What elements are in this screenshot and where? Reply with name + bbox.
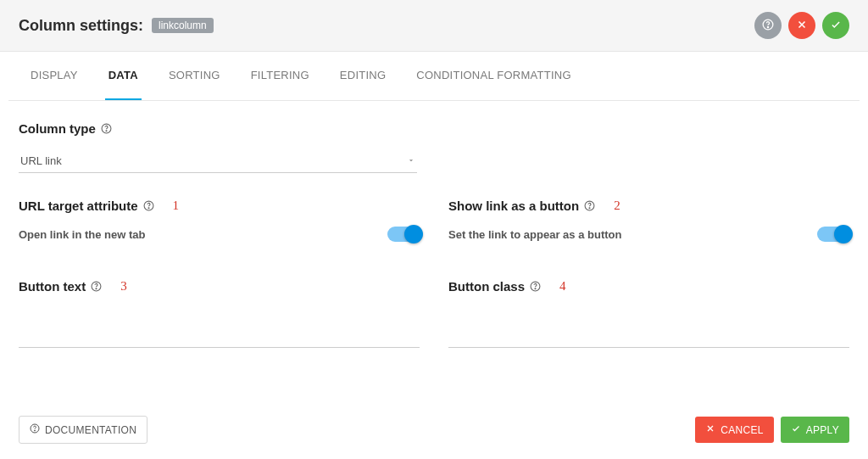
check-icon: [791, 423, 801, 436]
show-button-toggle[interactable]: [817, 227, 849, 242]
annotation-marker: 3: [120, 279, 127, 294]
svg-point-7: [589, 208, 590, 209]
tabs: DISPLAY DATA SORTING FILTERING EDITING C…: [8, 52, 860, 101]
show-button-toggle-row: Set the link to appear as a button: [448, 227, 849, 242]
button-class-label: Button class: [448, 279, 525, 294]
svg-point-9: [96, 288, 97, 289]
show-button-hint: Set the link to appear as a button: [448, 228, 621, 241]
documentation-label: DOCUMENTATION: [45, 424, 136, 436]
x-icon: [796, 19, 808, 33]
annotation-marker: 1: [173, 199, 180, 213]
question-icon[interactable]: [584, 200, 595, 211]
button-text-input[interactable]: [19, 322, 420, 348]
tab-data[interactable]: DATA: [105, 52, 142, 100]
header-actions: [754, 12, 849, 39]
help-button[interactable]: [754, 12, 782, 39]
row-target-show: URL target attribute 1 Open link in the …: [19, 199, 849, 250]
header: Column settings: linkcolumn: [0, 0, 868, 52]
apply-label: APPLY: [806, 424, 839, 436]
question-icon[interactable]: [530, 281, 541, 292]
url-target-label: URL target attribute: [19, 199, 138, 213]
cancel-button[interactable]: CANCEL: [695, 417, 773, 443]
page-title: Column settings:: [19, 17, 143, 35]
question-icon[interactable]: [101, 123, 112, 134]
svg-point-1: [767, 26, 768, 27]
question-icon: [762, 19, 774, 33]
header-title-area: Column settings: linkcolumn: [19, 17, 214, 35]
svg-point-13: [35, 430, 36, 431]
check-icon: [830, 19, 842, 33]
tab-conditional-formatting[interactable]: CONDITIONAL FORMATTING: [413, 52, 574, 100]
svg-point-5: [148, 208, 149, 209]
url-target-hint: Open link in the new tab: [19, 228, 146, 241]
button-text-field: Button text 3: [19, 279, 420, 348]
button-class-field: Button class 4: [448, 279, 849, 348]
column-name-chip: linkcolumn: [152, 18, 214, 33]
url-target-toggle[interactable]: [387, 227, 420, 242]
show-button-label: Show link as a button: [448, 199, 579, 213]
apply-button[interactable]: APPLY: [781, 417, 849, 443]
documentation-button[interactable]: DOCUMENTATION: [19, 416, 147, 444]
button-text-label: Button text: [19, 279, 86, 294]
question-icon[interactable]: [143, 200, 154, 211]
question-icon[interactable]: [91, 281, 102, 292]
url-target-toggle-row: Open link in the new tab: [19, 227, 420, 242]
tab-display[interactable]: DISPLAY: [27, 52, 81, 100]
button-class-label-row: Button class 4: [448, 279, 849, 294]
column-type-label: Column type: [19, 121, 96, 136]
column-type-value: URL link: [20, 154, 62, 167]
column-type-label-row: Column type: [19, 121, 849, 136]
button-text-label-row: Button text 3: [19, 279, 420, 294]
row-btntext-btnclass: Button text 3 Button class 4: [19, 279, 849, 348]
svg-point-3: [106, 131, 107, 132]
annotation-marker: 4: [559, 279, 566, 294]
annotation-marker: 2: [614, 199, 620, 213]
column-type-field: Column type URL link: [19, 121, 849, 173]
button-class-input[interactable]: [448, 322, 849, 348]
tab-filtering[interactable]: FILTERING: [248, 52, 313, 100]
column-type-select[interactable]: URL link: [19, 149, 417, 173]
svg-point-11: [535, 288, 536, 289]
tab-editing[interactable]: EDITING: [337, 52, 389, 100]
confirm-button[interactable]: [822, 12, 849, 39]
toggle-knob: [404, 225, 423, 243]
show-button-field: Show link as a button 2 Set the link to …: [448, 199, 849, 250]
footer-right: CANCEL APPLY: [695, 417, 849, 443]
question-icon: [30, 423, 40, 436]
show-button-label-row: Show link as a button 2: [448, 199, 849, 213]
tab-sorting[interactable]: SORTING: [165, 52, 224, 100]
url-target-label-row: URL target attribute 1: [19, 199, 420, 213]
x-icon: [705, 423, 715, 436]
toggle-knob: [834, 225, 853, 243]
cancel-label: CANCEL: [721, 424, 763, 436]
close-button[interactable]: [788, 12, 815, 39]
content-area: Column type URL link URL target attribut…: [0, 101, 868, 416]
url-target-field: URL target attribute 1 Open link in the …: [19, 199, 420, 250]
footer: DOCUMENTATION CANCEL APPLY: [0, 400, 868, 459]
chevron-down-icon: [407, 154, 415, 167]
